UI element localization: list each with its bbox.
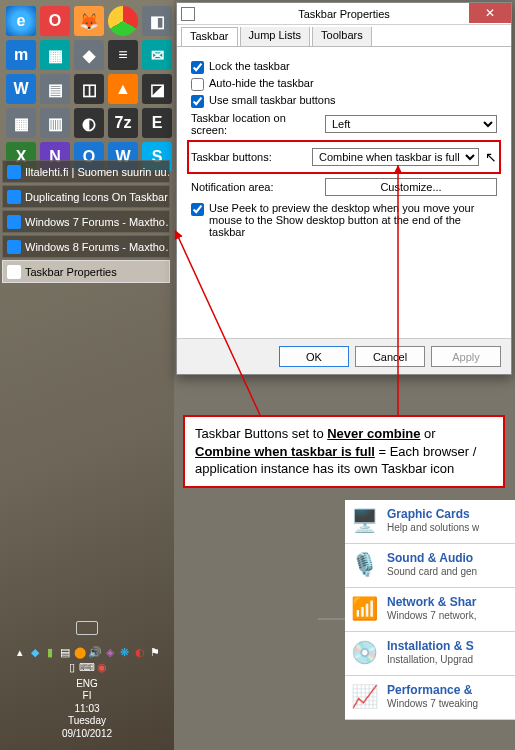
tray-icon[interactable]: ⚑ (149, 647, 161, 659)
app-ie[interactable]: e (6, 6, 36, 36)
tray-icon[interactable]: ❋ (119, 647, 131, 659)
forum-row[interactable]: 🖥️Graphic CardsHelp and solutions w (345, 500, 515, 544)
peek-label: Use Peek to preview the desktop when you… (209, 202, 497, 238)
chart-icon: 📈 (347, 680, 381, 714)
app-ppt[interactable]: ▤ (40, 74, 70, 104)
app-cam[interactable]: ◆ (74, 40, 104, 70)
taskbar-window-list: Iltalehti.fi | Suomen suurin uu… Duplica… (2, 160, 170, 285)
taskbar-item[interactable]: Taskbar Properties (2, 260, 170, 283)
taskbar-item[interactable]: Windows 7 Forums - Maxtho… (2, 210, 170, 233)
taskbar-item-label: Iltalehti.fi | Suomen suurin uu… (25, 166, 170, 178)
button-bar: OK Cancel Apply (177, 338, 511, 374)
ok-button[interactable]: OK (279, 346, 349, 367)
tray-icon[interactable]: ◐ (134, 647, 146, 659)
app-lync[interactable]: E (142, 108, 172, 138)
location-label: Taskbar location on screen: (191, 112, 319, 136)
apply-button[interactable]: Apply (431, 346, 501, 367)
taskbar-item-label: Taskbar Properties (25, 266, 117, 278)
maxthon-icon (7, 190, 21, 204)
app-opera[interactable]: O (40, 6, 70, 36)
forum-list: 🖥️Graphic CardsHelp and solutions w 🎙️So… (345, 500, 515, 720)
system-tray: ▴ ◆ ▮ ▤ ⬤ 🔊 ◈ ❋ ◐ ⚑ ▯ ⌨ ◉ ENG FI 11:03 T… (0, 619, 174, 741)
small-checkbox[interactable] (191, 95, 204, 108)
autohide-label: Auto-hide the taskbar (209, 77, 314, 89)
forum-link[interactable]: Sound & Audio (387, 551, 473, 565)
window-icon (181, 7, 195, 21)
time: 11:03 (0, 703, 174, 716)
taskbar-item[interactable]: Duplicating Icons On Taskbar… (2, 185, 170, 208)
taskbar-item[interactable]: Iltalehti.fi | Suomen suurin uu… (2, 160, 170, 183)
tab-taskbar[interactable]: Taskbar (181, 27, 238, 46)
lang2: FI (0, 690, 174, 703)
app-access[interactable]: ◐ (74, 108, 104, 138)
app-visio[interactable]: 7z (108, 108, 138, 138)
app-proj[interactable]: ▦ (6, 108, 36, 138)
tray-icon[interactable]: ⬤ (74, 647, 86, 659)
forum-sub: Installation, Upgrad (387, 654, 474, 665)
forum-link[interactable]: Performance & (387, 683, 472, 697)
forum-row[interactable]: 📶Network & SharWindows 7 network, (345, 588, 515, 632)
tray-icon[interactable]: ▮ (44, 647, 56, 659)
forum-row[interactable]: 💿Installation & SInstallation, Upgrad (345, 632, 515, 676)
taskbar-item-label: Windows 7 Forums - Maxtho… (25, 216, 170, 228)
callout-text: Taskbar Buttons set to (195, 426, 327, 441)
app-maxthon[interactable]: m (6, 40, 36, 70)
forum-link[interactable]: Network & Shar (387, 595, 476, 609)
tab-jumplists[interactable]: Jump Lists (240, 27, 311, 46)
tab-strip: Taskbar Jump Lists Toolbars (177, 25, 511, 47)
day: Tuesday (0, 715, 174, 728)
forum-link[interactable]: Graphic Cards (387, 507, 470, 521)
buttons-select[interactable]: Combine when taskbar is full (312, 148, 479, 166)
clock[interactable]: ENG FI 11:03 Tuesday 09/10/2012 (0, 678, 174, 741)
location-select[interactable]: Left (325, 115, 497, 133)
app-firefox[interactable]: 🦊 (74, 6, 104, 36)
tray-icon[interactable]: ▤ (59, 647, 71, 659)
tray-icon[interactable]: ◈ (104, 647, 116, 659)
forum-row[interactable]: 🎙️Sound & AudioSound card and gen (345, 544, 515, 588)
cancel-button[interactable]: Cancel (355, 346, 425, 367)
annotation-callout: Taskbar Buttons set to Never combine or … (183, 415, 505, 488)
app-vbox[interactable]: ◫ (74, 74, 104, 104)
maxthon-icon (7, 165, 21, 179)
maxthon-icon (7, 240, 21, 254)
forum-sub: Windows 7 network, (387, 610, 476, 621)
tray-icon[interactable]: ▯ (66, 662, 78, 674)
forum-row[interactable]: 📈Performance &Windows 7 tweaking (345, 676, 515, 720)
tab-toolbars[interactable]: Toolbars (312, 27, 372, 46)
microphone-icon: 🎙️ (347, 548, 381, 582)
tray-icon[interactable]: 🔊 (89, 647, 101, 659)
lock-checkbox[interactable] (191, 61, 204, 74)
close-button[interactable]: ✕ (469, 3, 511, 23)
taskbar-sidebar: e O 🦊 ◧ m ▦ ◆ ≡ ✉ W ▤ ◫ ▲ ◪ ▦ ▥ ◐ 7z E X… (0, 0, 174, 750)
tray-icon[interactable]: ◉ (96, 662, 108, 674)
tray-icon[interactable]: ⌨ (81, 662, 93, 674)
app-generic[interactable]: ◧ (142, 6, 172, 36)
highlight-box: Taskbar buttons: Combine when taskbar is… (187, 140, 501, 174)
app-vlc[interactable]: ▲ (108, 74, 138, 104)
window-title: Taskbar Properties (298, 8, 390, 20)
callout-text: or (420, 426, 435, 441)
tray-icon[interactable]: ◆ (29, 647, 41, 659)
app-word[interactable]: W (6, 74, 36, 104)
osk-icon[interactable] (76, 621, 98, 635)
customize-button[interactable]: Customize... (325, 178, 497, 196)
dialog-body: Lock the taskbar Auto-hide the taskbar U… (177, 47, 511, 360)
peek-checkbox[interactable] (191, 203, 204, 216)
app-mail[interactable]: ✉ (142, 40, 172, 70)
tray-icon[interactable]: ▴ (14, 647, 26, 659)
taskbar-item[interactable]: Windows 8 Forums - Maxtho… (2, 235, 170, 258)
notif-label: Notification area: (191, 181, 319, 193)
network-icon: 📶 (347, 592, 381, 626)
launcher-grid: e O 🦊 ◧ m ▦ ◆ ≡ ✉ W ▤ ◫ ▲ ◪ ▦ ▥ ◐ 7z E X… (6, 6, 172, 172)
app-sp[interactable]: ▥ (40, 108, 70, 138)
app-pub[interactable]: ◪ (142, 74, 172, 104)
titlebar[interactable]: Taskbar Properties ✕ (177, 3, 511, 25)
app-chrome[interactable] (108, 6, 138, 36)
forum-link[interactable]: Installation & S (387, 639, 474, 653)
app-photos[interactable]: ▦ (40, 40, 70, 70)
lang1: ENG (0, 678, 174, 691)
autohide-checkbox[interactable] (191, 78, 204, 91)
forum-sub: Help and solutions w (387, 522, 479, 533)
app-finance[interactable]: ≡ (108, 40, 138, 70)
small-label: Use small taskbar buttons (209, 94, 336, 106)
